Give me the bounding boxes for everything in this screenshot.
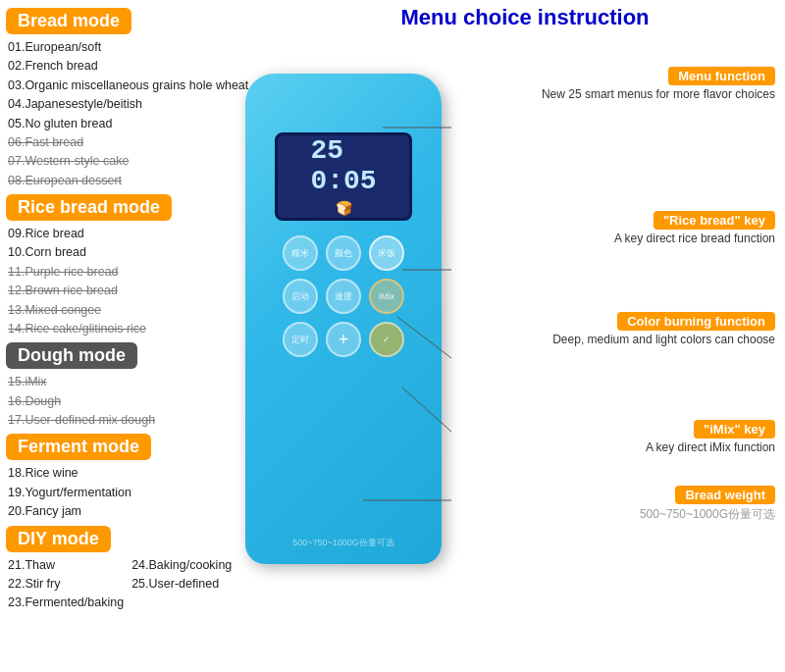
ferment-mode-list: 18.Rice wine 19.Yogurt/fermentation 20.F… bbox=[6, 464, 259, 521]
button-color[interactable]: 颜色 bbox=[326, 235, 361, 271]
rice-bread-mode-list: 09.Rice bread 10.Corn bread 11.Purple ri… bbox=[6, 225, 259, 338]
diy-mode-list-left: 21.Thaw 22.Stir fry 23.Fermented/baking bbox=[6, 556, 124, 613]
button-glutinous[interactable]: 糯米 bbox=[283, 235, 318, 271]
diy-mode-list-right: 24.Baking/cooking 25.User-defined bbox=[130, 556, 232, 613]
list-item: 05.No gluten bread bbox=[8, 115, 259, 133]
bread-machine: 25 0:05 🍞 糯米 颜色 米饭 启动 bbox=[245, 74, 442, 564]
machine-area: 25 0:05 🍞 糯米 颜色 米饭 启动 bbox=[226, 54, 530, 603]
list-item: 17.User-defined mix dough bbox=[8, 411, 259, 430]
button-rice[interactable]: 米饭 bbox=[369, 235, 404, 271]
list-item: 19.Yogurt/fermentation bbox=[8, 484, 259, 502]
machine-display: 25 0:05 🍞 bbox=[275, 132, 412, 221]
machine-button-area: 糯米 颜色 米饭 启动 速度 iMix bbox=[260, 235, 427, 365]
annotation-imix-key: "iMix" key A key direct iMix function bbox=[644, 420, 775, 454]
rice-bread-mode-badge: Rice bread mode bbox=[6, 194, 172, 221]
dough-mode-list: 15.iMix 16.Dough 17.User-defined mix dou… bbox=[6, 373, 259, 430]
list-item: 13.Mixed congee bbox=[8, 301, 259, 320]
list-item: 08.European dessert bbox=[8, 172, 259, 190]
list-item: 04.Japanesestyle/beitish bbox=[8, 95, 259, 114]
annotation-menu-function: Menu function New 25 smart menus for mor… bbox=[540, 67, 775, 101]
machine-bottom-text: 500~750~1000G份量可选 bbox=[260, 537, 427, 549]
list-item: 12.Brown rice bread bbox=[8, 282, 259, 300]
button-speed[interactable]: 速度 bbox=[326, 279, 361, 314]
list-item: 10.Corn bread bbox=[8, 243, 259, 262]
dough-mode-badge: Dough mode bbox=[6, 342, 137, 369]
bread-mode-badge: Bread mode bbox=[6, 8, 131, 34]
ferment-mode-badge: Ferment mode bbox=[6, 434, 151, 460]
list-item: 11.Purple rice bread bbox=[8, 263, 259, 282]
list-item: 18.Rice wine bbox=[8, 464, 259, 483]
annotation-rice-bread-key: "Rice bread" key A key direct rice bread… bbox=[612, 211, 775, 245]
list-item: 20.Fancy jam bbox=[8, 502, 259, 521]
diy-mode-badge: DIY mode bbox=[6, 526, 111, 552]
list-item: 22.Stir fry bbox=[8, 575, 124, 594]
list-item: 23.Fermented/baking bbox=[8, 594, 124, 612]
list-item: 14.Rice cake/glitinois rice bbox=[8, 320, 259, 338]
page-title: Menu choice instruction bbox=[265, 5, 785, 30]
list-item: 06.Fast bread bbox=[8, 133, 259, 152]
list-item: 02.French bread bbox=[8, 57, 259, 76]
list-item: 03.Organic miscellaneous grains hole whe… bbox=[8, 77, 259, 95]
list-item: 24.Baking/cooking bbox=[131, 556, 232, 575]
list-item: 21.Thaw bbox=[8, 556, 124, 575]
display-icon: 🍞 bbox=[336, 200, 352, 217]
list-item: 01.European/soft bbox=[8, 38, 259, 57]
button-imix[interactable]: iMix bbox=[369, 279, 404, 314]
button-timer[interactable]: 定时 bbox=[283, 322, 318, 357]
annotation-color-burning: Color burning function Deep, medium and … bbox=[550, 312, 775, 346]
list-item: 16.Dough bbox=[8, 392, 259, 411]
button-start[interactable]: 启动 bbox=[283, 279, 318, 314]
button-confirm[interactable]: ✓ bbox=[369, 322, 404, 357]
list-item: 09.Rice bread bbox=[8, 225, 259, 243]
bread-mode-list: 01.European/soft 02.French bread 03.Orga… bbox=[6, 38, 259, 190]
list-item: 07.Western-style cake bbox=[8, 152, 259, 171]
button-plus[interactable]: + bbox=[326, 322, 361, 357]
list-item: 15.iMix bbox=[8, 373, 259, 391]
display-time: 25 0:05 bbox=[310, 136, 376, 197]
list-item: 25.User-defined bbox=[131, 575, 232, 594]
annotation-bread-weight: Bread weight 500~750~1000G份量可选 bbox=[638, 486, 775, 523]
diy-mode-columns: 21.Thaw 22.Stir fry 23.Fermented/baking … bbox=[6, 556, 259, 617]
